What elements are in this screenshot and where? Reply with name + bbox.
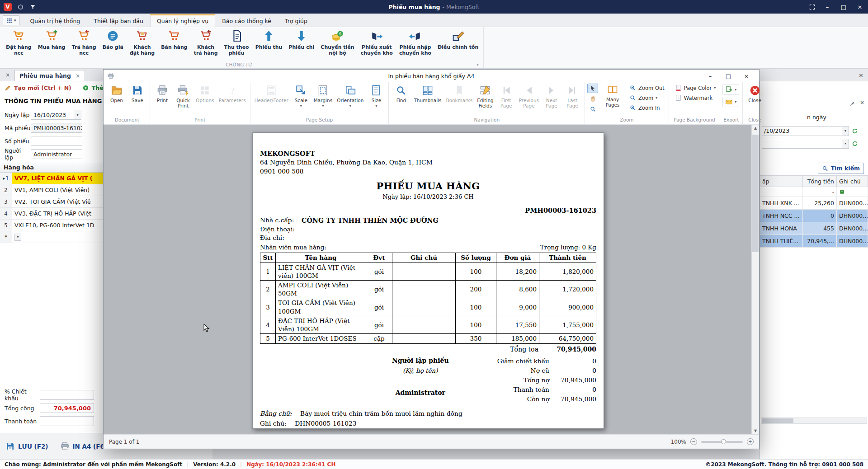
ribbon-button-tr-h-ng-ncc[interactable]: Trả hàng ncc bbox=[69, 28, 99, 56]
pin-icon[interactable] bbox=[849, 100, 855, 107]
toolbar-save-button[interactable]: Save bbox=[127, 84, 147, 104]
many-pages-button[interactable]: Many Pages bbox=[600, 84, 625, 108]
toolbar-print-button[interactable]: Print bbox=[152, 84, 172, 104]
scrollbar-thumb[interactable] bbox=[762, 418, 793, 423]
scrollbar-thumb[interactable] bbox=[752, 135, 759, 252]
create-new-button[interactable]: Tạo mới (Ctrl + N) bbox=[5, 84, 71, 91]
dialog-minimize-button[interactable]: – bbox=[701, 70, 719, 81]
panel-close-icon[interactable]: × bbox=[860, 99, 864, 106]
ribbon-button-b-o-gi[interactable]: Báo giá bbox=[99, 28, 127, 50]
tab-close-icon[interactable]: × bbox=[75, 73, 80, 79]
ribbon-button-b-n-h-ng[interactable]: Bán hàng bbox=[158, 28, 190, 50]
menu-tab-thi-t-l-p-ban-u[interactable]: Thiết lập ban đầu bbox=[87, 14, 150, 27]
search-button[interactable]: Tìm kiếm bbox=[818, 163, 864, 174]
pointer-tool-button[interactable] bbox=[587, 84, 598, 93]
find-icon bbox=[395, 84, 407, 96]
toolbar-scale-button[interactable]: Scale▾ bbox=[291, 84, 311, 109]
ribbon-button-phi-u-thu[interactable]: Phiếu thu bbox=[252, 28, 286, 50]
ribbon-button-i-u-ch-nh-t-n[interactable]: Điều chỉnh tồn bbox=[434, 28, 481, 50]
number-input[interactable] bbox=[31, 136, 82, 146]
zoom-slider[interactable] bbox=[701, 441, 743, 443]
zoom-in-button[interactable]: Zoom In bbox=[627, 103, 666, 112]
date-input[interactable]: 16/10/2023 bbox=[31, 110, 74, 120]
toolbar-margins-button[interactable]: Margins▾ bbox=[312, 84, 334, 109]
combo-arrow-icon[interactable]: ▾ bbox=[842, 139, 849, 149]
col-header-supplier[interactable]: ấp bbox=[760, 176, 803, 187]
menu-tab-qu-n-l-nghi-p-v[interactable]: Quản lý nghiệp vụ bbox=[150, 14, 215, 27]
zoom-button[interactable]: Zoom ▾ bbox=[627, 94, 666, 102]
save-button[interactable]: LƯU (F2) bbox=[5, 441, 48, 451]
close-all-tabs-button[interactable]: × bbox=[3, 70, 13, 80]
magnifier-tool-button[interactable] bbox=[587, 104, 598, 114]
ribbon-button-t-h-ng-ncc[interactable]: Đặt hàng ncc bbox=[3, 28, 35, 56]
supplier-name-cell: TNHH NCC ... bbox=[760, 210, 803, 222]
group-launcher-icon[interactable]: ▾ bbox=[474, 62, 481, 67]
zoom-in-stepper[interactable]: + bbox=[747, 438, 754, 445]
record-icon[interactable] bbox=[17, 4, 24, 10]
discount-input[interactable] bbox=[40, 390, 94, 400]
scroll-up-icon[interactable]: ▲ bbox=[754, 126, 757, 130]
menu-tab-b-o-c-o-th-ng-k[interactable]: Báo cáo thống kê bbox=[215, 14, 278, 27]
supplier-row[interactable]: TNHH HONA455DHN000... bbox=[760, 222, 868, 235]
paid-input[interactable] bbox=[40, 416, 94, 426]
menu-tab-tr-gi-p[interactable]: Trợ giúp bbox=[278, 14, 314, 27]
toolbar-thumbnails-button[interactable]: Thumbnails bbox=[412, 84, 443, 104]
supplier-note-cell: DHN000... bbox=[837, 222, 868, 234]
ribbon-button-mua-h-ng[interactable]: Mua hàng bbox=[35, 28, 69, 50]
menu-tab-qu-n-tr-h-th-ng[interactable]: Quản trị hệ thống bbox=[24, 14, 87, 27]
ribbon-button-label: Trả hàng ncc bbox=[72, 44, 96, 56]
watermark-button[interactable]: A Watermark bbox=[673, 94, 718, 102]
ribbon-button-phi-u-chi[interactable]: Phiếu chi bbox=[285, 28, 317, 50]
refresh-icon[interactable] bbox=[851, 140, 859, 147]
supplier-row[interactable]: TNHH XNK ...25,260DHN000... bbox=[760, 197, 868, 210]
horizontal-scrollbar[interactable] bbox=[761, 417, 867, 424]
ribbon-button-kh-ch-tr-h-ng[interactable]: Khách trả hàng bbox=[191, 28, 221, 56]
add-item-button[interactable]: Thê bbox=[82, 84, 104, 91]
zoom-out-button[interactable]: Zoom Out bbox=[627, 84, 666, 92]
combo-arrow-icon[interactable]: ▾ bbox=[842, 126, 849, 136]
scroll-down-icon[interactable]: ▼ bbox=[754, 429, 757, 433]
page-color-button[interactable]: Page Color ▾ bbox=[673, 84, 718, 92]
supplier-row[interactable]: TNHH NCC ...0DHN000... bbox=[760, 210, 868, 222]
fit-screen-icon[interactable] bbox=[809, 4, 816, 10]
toolbar-open-button[interactable]: Open bbox=[107, 84, 127, 104]
send-email-button[interactable]: ▾ bbox=[722, 97, 739, 107]
supplier-combo[interactable] bbox=[762, 139, 842, 149]
document-tab-phieu-mua-hang[interactable]: Phiếu mua hàng × bbox=[14, 70, 85, 81]
date-dropdown-icon[interactable]: ▾ bbox=[74, 110, 81, 120]
app-menu-button[interactable]: ▾ bbox=[3, 15, 20, 25]
supplier-row[interactable]: TNHH THIÊ...70,945,...DHN000... bbox=[760, 235, 868, 248]
toolbar-editing-fields-button[interactable]: Editing Fields bbox=[475, 84, 495, 109]
zoom-slider-thumb[interactable] bbox=[721, 439, 726, 444]
maximize-button[interactable]: □ bbox=[839, 4, 848, 10]
ribbon-button-chuy-n-ti-n-n-i-b[interactable]: $Chuyển tiền nội bộ bbox=[317, 28, 357, 56]
from-date-combo[interactable]: /10/2023 bbox=[762, 126, 842, 136]
ribbon-button-phi-u-xu-t-chuy-n-kho[interactable]: Phiếu xuất chuyển kho bbox=[358, 28, 396, 56]
filter-pin-icon[interactable] bbox=[29, 4, 36, 10]
dialog-close-button[interactable]: × bbox=[737, 70, 755, 81]
col-header-note[interactable]: Ghi chú bbox=[837, 176, 868, 187]
ribbon-button-thu-theo-phi-u[interactable]: Thu theo phiếu bbox=[221, 28, 252, 56]
dialog-maximize-button[interactable]: □ bbox=[719, 70, 737, 81]
toolbar-orientation-button[interactable]: Orientation▾ bbox=[335, 84, 365, 109]
toolbar-quick-print-button[interactable]: Quick Print bbox=[173, 84, 193, 109]
export-document-button[interactable]: ▾ bbox=[722, 84, 739, 95]
filter-total-cell[interactable]: - bbox=[803, 187, 837, 197]
minimize-button[interactable]: – bbox=[823, 4, 832, 10]
supplier-note-cell: DHN000... bbox=[837, 197, 868, 209]
panel-close-button[interactable]: × bbox=[859, 72, 865, 79]
toolbar-find-button[interactable]: Find bbox=[391, 84, 411, 104]
ribbon-button-phi-u-nh-p-chuy-n-kho[interactable]: Phiếu nhập chuyển kho bbox=[396, 28, 434, 56]
refresh-icon[interactable] bbox=[851, 127, 859, 135]
hand-tool-button[interactable] bbox=[587, 94, 598, 103]
col-header-total[interactable]: Tổng tiền bbox=[803, 176, 837, 187]
new-row-combo[interactable]: ▾ bbox=[14, 234, 21, 241]
ribbon-button-kh-ch-t-h-ng[interactable]: Khách đặt hàng bbox=[127, 28, 158, 56]
zoom-out-stepper[interactable]: − bbox=[690, 438, 697, 445]
print-a4-button[interactable]: IN A4 (F6 bbox=[60, 441, 104, 451]
toolbar-last-page-button: Last Page bbox=[562, 84, 582, 109]
close-preview-button[interactable]: Close bbox=[745, 84, 765, 104]
creator-input[interactable]: Administrator bbox=[31, 149, 82, 159]
close-button[interactable]: × bbox=[855, 4, 864, 10]
toolbar-size-button[interactable]: Size▾ bbox=[366, 84, 386, 109]
